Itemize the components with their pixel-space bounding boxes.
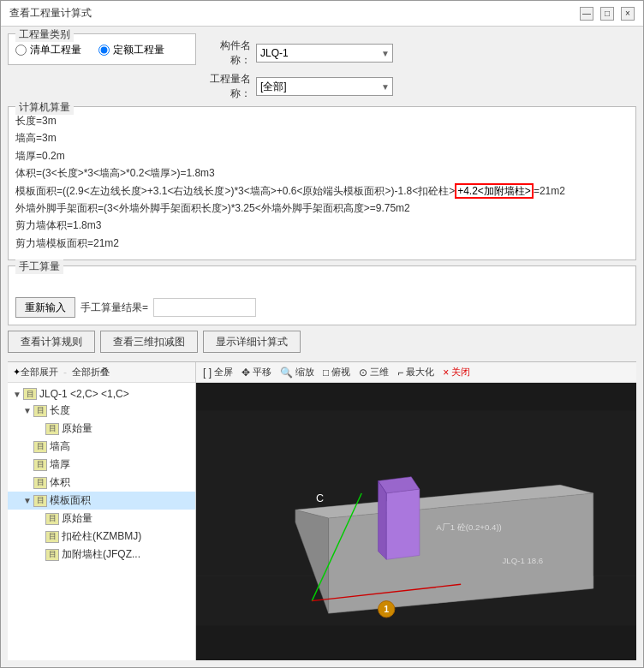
pan-tool[interactable]: ✥ 平移 (242, 366, 271, 379)
maximize-label: 最大化 (406, 366, 434, 379)
tree-item-jfqz[interactable]: 目 加附墙柱(JFQZ... (8, 546, 195, 564)
member-quantity-select[interactable]: [全部] (256, 77, 393, 96)
title-bar: 查看工程量计算式 — □ × (1, 1, 643, 27)
view-3d-deduct-button[interactable]: 查看三维扣减图 (100, 331, 198, 353)
window-title: 查看工程量计算式 (9, 6, 92, 21)
zoom-label: 缩放 (295, 366, 314, 379)
pan-icon: ✥ (242, 367, 250, 379)
content-area: 工程量类别 清单工程量 定额工程量 构件名称： (1, 27, 643, 667)
member-quantity-row: 工程量名称： [全部] ▼ (203, 72, 636, 101)
window-controls: — □ × (580, 7, 635, 21)
manual-result-input[interactable] (153, 298, 256, 317)
close-button[interactable]: × (621, 7, 635, 21)
fullscreen-label: 全屏 (214, 366, 233, 379)
calc-line-2: 墙高=3m (15, 129, 629, 146)
expand-all-button[interactable]: 全部展开 (21, 366, 58, 379)
member-quantity-select-wrapper: [全部] ▼ (256, 77, 393, 96)
manual-group: 手工算量 重新输入 手工算量结果= (8, 265, 636, 325)
member-name-select[interactable]: JLQ-1 (256, 44, 393, 63)
text-jlq1: JLQ-1 <2,C> <1,C> (39, 388, 129, 400)
radio-dinge-input[interactable] (98, 45, 110, 56)
radio-qingdan-input[interactable] (15, 45, 27, 56)
calc-line-1: 长度=3m (15, 112, 629, 129)
fullscreen-icon: [ ] (203, 367, 212, 379)
tree-item-kzmbmj[interactable]: 目 扣砼柱(KZMBMJ) (8, 528, 195, 546)
icon-length: 目 (33, 405, 47, 417)
show-detail-calc-button[interactable]: 显示详细计算式 (203, 331, 301, 353)
maximize-tool[interactable]: ⌐ 最大化 (397, 366, 434, 379)
icon-kzmbmj: 目 (45, 531, 59, 543)
manual-result-label: 手工算量结果= (80, 301, 148, 315)
icon-jlq1: 目 (23, 388, 37, 400)
main-window: 查看工程量计算式 — □ × 工程量类别 清单工程量 定额工程量 (0, 0, 644, 668)
topview-label: 俯视 (331, 366, 350, 379)
highlight-span: +4.2<加附墙柱> (455, 183, 534, 199)
zoom-tool[interactable]: 🔍 缩放 (280, 366, 314, 379)
member-info-section: 构件名称： JLQ-1 ▼ 工程量名称： [全部] ▼ (203, 33, 636, 101)
threed-tool[interactable]: ⊙ 三维 (359, 366, 389, 379)
text-volume: 体积 (50, 475, 70, 490)
minimize-button[interactable]: — (580, 7, 593, 21)
viewer-svg: C 1 A厂1 砼(0.2+0.4)) JLQ-1 18.6 (196, 383, 636, 653)
pan-label: 平移 (253, 366, 271, 379)
calc-line-8: 剪力墙模板面积=21m2 (15, 235, 629, 252)
calc-line-3: 墙厚=0.2m (15, 147, 629, 164)
engineering-type-row: 清单工程量 定额工程量 (15, 39, 188, 57)
calc-text: 长度=3m 墙高=3m 墙厚=0.2m 体积=(3<长度>*3<墙高>*0.2<… (15, 112, 629, 252)
icon-volume: 目 (33, 477, 47, 489)
icon-wallheight: 目 (33, 441, 47, 453)
svg-marker-7 (386, 489, 420, 559)
svg-text:A厂1 砼(0.2+0.4)): A厂1 砼(0.2+0.4)) (436, 522, 502, 532)
bottom-buttons: 查看计算规则 查看三维扣减图 显示详细计算式 (8, 331, 636, 356)
toggle-formwork[interactable]: ▼ (21, 496, 33, 505)
fullscreen-tool[interactable]: [ ] 全屏 (203, 366, 233, 379)
tree-item-wallheight[interactable]: 目 墙高 (8, 438, 195, 456)
calc-line-6: 外墙外脚手架面积=(3<外墙外脚手架面积长度>)*3.25<外墙外脚手架面积高度… (15, 200, 629, 217)
icon-length-orig: 目 (45, 423, 59, 435)
viewer-toolbar: [ ] 全屏 ✥ 平移 🔍 缩放 □ 俯视 (196, 362, 636, 383)
text-length: 长度 (50, 403, 70, 418)
calc-line-4: 体积=(3<长度>*3<墙高>*0.2<墙厚>)=1.8m3 (15, 164, 629, 182)
threed-label: 三维 (370, 366, 389, 379)
reinput-button[interactable]: 重新输入 (15, 297, 75, 318)
maximize-button[interactable]: □ (600, 7, 614, 21)
tree-toolbar-sep: - (63, 367, 67, 379)
text-kzmbmj: 扣砼柱(KZMBMJ) (62, 529, 141, 544)
svg-text:1: 1 (384, 604, 389, 614)
bottom-panel: ✦ 全部展开 - 全部折叠 ▼ 目 JLQ-1 <2,C> <1,C> (8, 361, 636, 660)
member-quantity-label: 工程量名称： (203, 72, 251, 101)
viewer-3d: C 1 A厂1 砼(0.2+0.4)) JLQ-1 18.6 (196, 383, 636, 653)
text-wallheight: 墙高 (50, 439, 70, 454)
text-length-orig: 原始量 (62, 421, 92, 436)
calc-group-label: 计算机算量 (15, 100, 74, 115)
icon-wallthick: 目 (33, 459, 47, 471)
radio-qingdan[interactable]: 清单工程量 (15, 43, 81, 57)
svg-text:JLQ-1 18.6: JLQ-1 18.6 (502, 556, 543, 565)
topview-tool[interactable]: □ 俯视 (323, 366, 350, 379)
tree-item-fw-orig[interactable]: 目 原始量 (8, 510, 195, 528)
radio-qingdan-label: 清单工程量 (30, 43, 81, 57)
collapse-all-button[interactable]: 全部折叠 (72, 366, 110, 379)
manual-group-label: 手工算量 (15, 259, 63, 274)
engineering-type-label: 工程量类别 (15, 27, 74, 42)
member-name-row: 构件名称： JLQ-1 ▼ (203, 39, 636, 68)
radio-dinge[interactable]: 定额工程量 (98, 43, 164, 57)
view-calc-rules-button[interactable]: 查看计算规则 (8, 331, 95, 353)
tree-item-length-orig[interactable]: 目 原始量 (8, 420, 195, 438)
icon-formwork: 目 (33, 495, 47, 507)
viewer-panel: [ ] 全屏 ✥ 平移 🔍 缩放 □ 俯视 (196, 362, 636, 660)
svg-marker-8 (379, 481, 387, 560)
close-viewer-tool[interactable]: × 关闭 (443, 366, 470, 379)
toggle-length[interactable]: ▼ (21, 406, 33, 415)
tree-item-formwork[interactable]: ▼ 目 模板面积 (8, 492, 195, 510)
engineering-type-group: 工程量类别 清单工程量 定额工程量 (8, 33, 196, 65)
toggle-jlq1[interactable]: ▼ (11, 390, 23, 399)
tree-item-wallthick[interactable]: 目 墙厚 (8, 456, 195, 474)
tree-item-length[interactable]: ▼ 目 长度 (8, 402, 195, 420)
icon-fw-orig: 目 (45, 513, 59, 525)
tree-item-volume[interactable]: 目 体积 (8, 474, 195, 492)
svg-text:C: C (316, 492, 324, 504)
calc-group: 计算机算量 长度=3m 墙高=3m 墙厚=0.2m 体积=(3<长度>*3<墙高… (8, 106, 636, 260)
member-name-label: 构件名称： (203, 39, 251, 68)
tree-item-jlq1[interactable]: ▼ 目 JLQ-1 <2,C> <1,C> (8, 386, 195, 402)
